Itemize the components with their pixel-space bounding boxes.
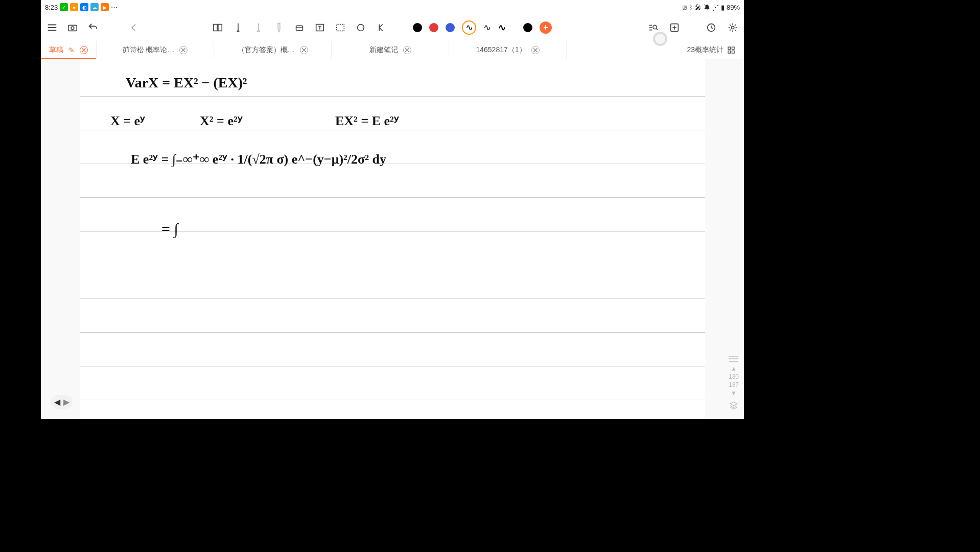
add-page-icon[interactable]: [668, 21, 681, 34]
color-blue[interactable]: [446, 23, 455, 32]
page-next[interactable]: ▶: [63, 397, 69, 407]
status-right: ⎚ ᛒ 🎤︎ 🔕︎ ⋰ ▮ 89%: [683, 4, 740, 11]
settings-icon[interactable]: [727, 21, 739, 34]
pen-medium-icon[interactable]: [252, 21, 265, 34]
tab-prob-stats[interactable]: 23概率统计: [679, 41, 744, 59]
add-color-button[interactable]: +: [540, 21, 552, 34]
floating-cursor: [653, 32, 667, 46]
svg-rect-14: [728, 51, 731, 53]
svg-point-1: [71, 27, 74, 30]
paper: VarX = EX² − (EX)² X = eʸ X² = e²ʸ EX² =…: [80, 59, 705, 419]
battery-icon: ▮: [721, 4, 725, 11]
svg-rect-3: [218, 25, 222, 31]
grid-icon[interactable]: [727, 45, 736, 55]
pen-highlight-icon[interactable]: [273, 21, 285, 34]
edit-icon[interactable]: ✎: [68, 46, 75, 54]
clock-icon[interactable]: [705, 21, 717, 34]
close-icon[interactable]: ✕: [80, 46, 88, 54]
math-line-2b: X² = e²ʸ: [200, 113, 243, 129]
page-prev[interactable]: ◀: [54, 397, 60, 407]
page-indicator: ▲ 130 137 ▼: [729, 356, 739, 411]
weibo-icon: ●: [70, 3, 78, 11]
svg-rect-12: [728, 47, 731, 50]
status-time: 8:23: [45, 4, 58, 11]
cloud-icon: ☁: [90, 3, 99, 11]
tab-new-note[interactable]: 新建笔记 ✕: [332, 41, 449, 59]
wifi-icon: ⋰: [712, 4, 719, 11]
margin-left: [41, 59, 80, 419]
math-line-2a: X = eʸ: [110, 113, 145, 129]
close-icon[interactable]: ✕: [179, 46, 188, 54]
math-line-1: VarX = EX² − (EX)²: [126, 75, 247, 91]
insert-before-icon[interactable]: [375, 21, 387, 34]
tab-book[interactable]: 茆诗松 概率论… ✕: [97, 41, 214, 59]
status-more[interactable]: ⋯: [111, 4, 118, 11]
close-icon[interactable]: ✕: [300, 46, 308, 54]
wechat-icon: ✓: [60, 3, 68, 11]
mute-icon: 🔕︎: [704, 4, 710, 11]
pen-fine-icon[interactable]: [232, 21, 244, 34]
stroke-wave-2[interactable]: ∿: [483, 22, 491, 33]
app-icon-2: ▶: [101, 3, 109, 11]
tab-label: 新建笔记: [369, 45, 398, 55]
shape-recognize-icon[interactable]: [355, 21, 367, 34]
back-icon[interactable]: [128, 21, 140, 34]
tab-answers[interactable]: （官方答案）概… ✕: [214, 41, 332, 59]
color-black-2[interactable]: [523, 23, 532, 32]
battery-text: 89%: [727, 4, 740, 11]
stroke-wave-1-selected[interactable]: ∿: [462, 20, 476, 35]
svg-point-11: [731, 26, 734, 29]
layers-icon[interactable]: [729, 401, 738, 411]
svg-rect-15: [732, 51, 735, 53]
tab-draft[interactable]: 草稿 ✎ ✕: [41, 41, 97, 59]
page-nav: ◀ ▶: [51, 395, 73, 409]
eraser-icon[interactable]: [293, 21, 306, 34]
svg-rect-2: [214, 25, 217, 31]
math-line-4: = ∫: [161, 220, 178, 238]
math-line-2c: EX² = E e²ʸ: [335, 113, 399, 129]
undo-icon[interactable]: [87, 21, 99, 34]
tab-label: 茆诗松 概率论…: [123, 45, 175, 55]
svg-point-8: [653, 25, 657, 29]
status-left: 8:23 ✓ ● ◐ ☁ ▶ ⋯: [45, 3, 118, 11]
close-icon[interactable]: ✕: [531, 46, 540, 54]
note-canvas[interactable]: VarX = EX² − (EX)² X = eʸ X² = e²ʸ EX² =…: [41, 59, 744, 419]
color-black[interactable]: [413, 23, 422, 32]
page-from: 130: [729, 373, 739, 380]
tab-bar: 草稿 ✎ ✕ 茆诗松 概率论… ✕ （官方答案）概… ✕ 新建笔记 ✕ 1465…: [41, 41, 744, 59]
svg-rect-4: [296, 26, 303, 30]
app-screen: 8:23 ✓ ● ◐ ☁ ▶ ⋯ ⎚ ᛒ 🎤︎ 🔕︎ ⋰ ▮ 89%: [41, 0, 744, 419]
scroll-down-icon[interactable]: ▼: [731, 389, 737, 397]
svg-rect-6: [337, 25, 344, 31]
status-bar: 8:23 ✓ ● ◐ ☁ ▶ ⋯ ⎚ ᛒ 🎤︎ 🔕︎ ⋰ ▮ 89%: [41, 0, 744, 14]
app-icon-1: ◐: [80, 3, 88, 11]
tab-label: 草稿: [49, 45, 63, 55]
color-red[interactable]: [429, 23, 438, 32]
stroke-wave-3[interactable]: ∿: [498, 22, 506, 33]
text-tool-icon[interactable]: [314, 21, 326, 34]
indicator-bars: [729, 356, 738, 362]
math-line-3: E e²ʸ = ∫₋∞⁺∞ e²ʸ · 1/(√2π σ) e^−(y−μ)²/…: [131, 151, 386, 167]
svg-rect-13: [732, 47, 735, 50]
tab-label: （官方答案）概…: [238, 45, 295, 55]
close-icon[interactable]: ✕: [403, 46, 411, 54]
svg-rect-0: [68, 25, 77, 31]
cast-icon: ⎚: [683, 4, 687, 11]
toolbar: ∿ ∿ ∿ +: [41, 14, 744, 41]
hamburger-icon[interactable]: [46, 21, 58, 34]
bluetooth-icon: ᛒ: [689, 4, 693, 11]
tab-label: 14652817（1）: [476, 45, 526, 55]
mic-icon: 🎤︎: [695, 4, 702, 11]
tab-number[interactable]: 14652817（1） ✕: [449, 41, 567, 59]
split-icon[interactable]: [212, 21, 224, 34]
camera-icon[interactable]: [66, 21, 79, 34]
tab-label: 23概率统计: [687, 45, 724, 55]
scroll-up-icon[interactable]: ▲: [731, 365, 737, 372]
lasso-icon[interactable]: [334, 21, 346, 34]
page-to: 137: [729, 381, 739, 388]
